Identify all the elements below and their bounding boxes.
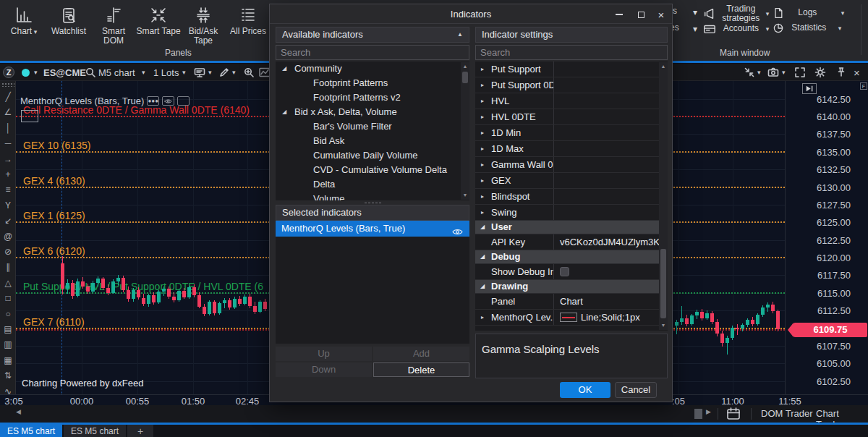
close-button[interactable]: × [653, 9, 669, 20]
setting-value[interactable]: Chart [555, 294, 659, 309]
indicator-legend[interactable]: MenthorQ Levels (Bars, True) ●●● [20, 96, 190, 106]
tree-item[interactable]: Footprint Patterns [276, 76, 469, 90]
skip-to-end-button[interactable] [802, 83, 817, 94]
chevron-down-icon[interactable]: ▾ [693, 7, 697, 17]
panel-button-watchlist[interactable]: Watchlist [46, 3, 91, 46]
indicator-settings-button[interactable] [177, 96, 190, 106]
cancel-button[interactable]: Cancel [615, 382, 657, 398]
symbol-label[interactable]: ES@CME [43, 64, 86, 81]
panel-button-smart-dom[interactable]: Smart DOM [91, 3, 136, 46]
calendar-icon[interactable] [726, 407, 741, 421]
tree-item[interactable]: Bar's Volume Filter [276, 119, 469, 134]
parallel-lines-tool[interactable]: ≡ [0, 182, 16, 198]
toolbar-grip[interactable] [1, 82, 14, 87]
scroll-up-icon[interactable]: ▲ [659, 62, 668, 71]
dom-trader-button[interactable]: DOM Trader [761, 408, 813, 419]
available-indicators-header[interactable]: Available indicators ▲ [276, 27, 469, 43]
close-chart-icon[interactable]: × [854, 64, 860, 81]
trading-strategies-button[interactable]: Trading strategies ▾ [703, 4, 769, 23]
horizontal-line-tool[interactable]: ─ [0, 136, 16, 151]
arrow-marker-tool[interactable]: ↙ [0, 213, 16, 229]
collapse-panel-icon[interactable] [744, 64, 755, 81]
chevron-down-icon[interactable]: ▾ [208, 64, 212, 81]
settings-row[interactable]: ▸GEX [475, 173, 668, 189]
scroll-up-icon[interactable]: ▲ [461, 62, 469, 71]
level-label[interactable]: GEX 6 (6120) [23, 245, 85, 257]
up-button[interactable]: Up [276, 347, 372, 361]
settings-row[interactable]: ▸HVL [475, 93, 668, 109]
level-label[interactable]: GEX 4 (6130) [23, 175, 85, 187]
eraser-tool[interactable]: ⊘ [0, 245, 16, 260]
add-button[interactable]: Add [373, 347, 469, 361]
tree-item[interactable]: Volume [276, 192, 469, 200]
delete-button[interactable]: Delete [373, 362, 469, 377]
triangle-tool[interactable]: △ [0, 276, 16, 291]
maximize-button[interactable] [633, 9, 649, 20]
tree-group[interactable]: ◢Bid x Ask, Delta, Volume [276, 105, 469, 119]
angle-tool[interactable]: ∠ [0, 105, 16, 120]
scrollbar-thumb[interactable] [660, 249, 666, 318]
visibility-eye-icon[interactable] [452, 225, 463, 233]
hatch-tool[interactable]: ∥ [0, 260, 16, 275]
delta-profile-tool[interactable]: ▦ [0, 353, 16, 368]
chevron-down-icon[interactable]: ▾ [693, 24, 697, 34]
down-button[interactable]: Down [276, 362, 372, 377]
vertical-line-tool[interactable]: │ [0, 121, 16, 136]
panel-button-smart-tape[interactable]: Smart Tape [136, 3, 181, 46]
platform-logo[interactable]: Z [3, 67, 14, 78]
tree-item[interactable]: CVD - Cumulative Volume Delta [276, 163, 469, 177]
minimize-button[interactable] [611, 9, 627, 20]
add-tab-button[interactable]: + [127, 425, 153, 437]
accounts-button[interactable]: Accounts ▾ [703, 22, 769, 35]
level-label[interactable]: Put Support / HVL / Put Support 0DTE / H… [23, 281, 263, 292]
chevron-down-icon[interactable]: ▾ [757, 64, 761, 81]
settings-row[interactable]: ▸Put Support [475, 61, 668, 77]
cross-tool[interactable]: + [0, 167, 16, 182]
pencil-icon[interactable] [218, 64, 230, 81]
tree-item[interactable]: Cumulative Daily Volume [276, 148, 469, 163]
fullscreen-icon[interactable] [794, 64, 806, 81]
level-label[interactable]: GEX 1 (6125) [23, 210, 85, 221]
timeframe-selector[interactable]: M5 chart [98, 64, 135, 81]
settings-row[interactable]: PanelChart▾ [475, 294, 668, 310]
panel-button-all-prices[interactable]: All Prices [226, 3, 271, 46]
monitor-icon[interactable] [194, 64, 205, 81]
fork-tool[interactable]: Y [0, 198, 16, 213]
indicator-visibility-button[interactable] [162, 96, 174, 106]
symbol-search-icon[interactable] [85, 64, 96, 81]
tree-item[interactable]: Footprint Patterns v2 [276, 90, 469, 105]
chevron-down-icon[interactable]: ▾ [182, 64, 186, 81]
arrow-tool[interactable]: → [0, 152, 16, 167]
settings-row[interactable]: ▸Put Support 0D... [475, 77, 668, 93]
symbol-color-dot[interactable] [22, 69, 30, 77]
statistics-button[interactable]: Statistics ▾ [773, 22, 841, 34]
setting-value[interactable]: v6CKoz0dJM4UZlym3K7Sl [555, 234, 659, 250]
panel-button-bid-ask-tape[interactable]: Bid/Ask Tape [181, 3, 226, 46]
rectangle-tool[interactable]: □ [0, 291, 16, 306]
volume-profile-tool[interactable]: ▤ [0, 322, 16, 337]
chevron-down-icon[interactable]: ▾ [232, 64, 236, 81]
settings-search-input[interactable] [475, 45, 668, 60]
corner-format-icon[interactable]: F [860, 82, 867, 90]
arrows-swap-tool[interactable]: ⇅ [0, 368, 16, 383]
settings-section-debug[interactable]: ◢Debug [475, 250, 668, 264]
tab-es-m5-chart-1[interactable]: ES M5 chart [64, 425, 126, 437]
settings-row[interactable]: ▸1D Min [475, 125, 668, 141]
scroll-right-arrow[interactable]: ▶ [706, 408, 711, 415]
level-label[interactable]: GEX 10 (6135) [23, 140, 90, 151]
tree-item[interactable]: Bid Ask [276, 134, 469, 148]
chevron-down-icon[interactable]: ▾ [142, 64, 145, 81]
camera-icon[interactable] [767, 64, 779, 81]
tree-scrollbar[interactable]: ▲ ▼ [461, 62, 469, 200]
tree-group[interactable]: ◢Community [276, 61, 469, 76]
pin-icon[interactable] [835, 64, 847, 81]
line-style-swatch[interactable] [560, 313, 577, 322]
scroll-down-icon[interactable]: ▼ [461, 191, 469, 200]
scroll-down-icon[interactable]: ▼ [659, 321, 668, 330]
settings-row[interactable]: ▸1D Max [475, 141, 668, 157]
dialog-titlebar[interactable]: Indicators × [270, 4, 672, 24]
indicator-more-button[interactable]: ●●● [147, 96, 159, 106]
logs-button[interactable]: Logs ▾ [773, 7, 844, 19]
panel-button-chart[interactable]: Chart ▾ [1, 3, 46, 46]
settings-row[interactable]: Show Debug In... [475, 264, 668, 280]
